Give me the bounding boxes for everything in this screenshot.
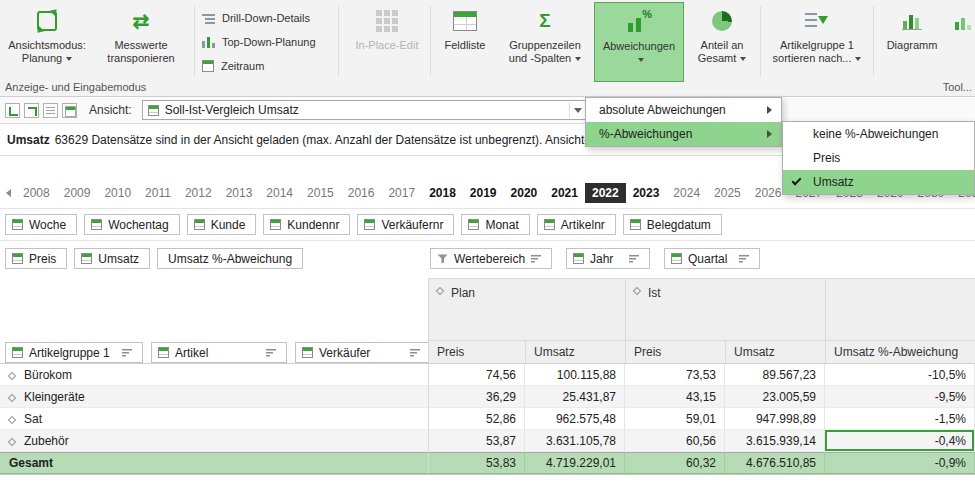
chip-verkaeufer[interactable]: Verkäufer bbox=[295, 342, 431, 363]
group-header-ist[interactable]: Ist bbox=[626, 279, 826, 340]
view-properties-icon[interactable] bbox=[62, 103, 77, 118]
year-2016[interactable]: 2016 bbox=[341, 183, 382, 203]
restore-view-icon[interactable] bbox=[24, 103, 39, 118]
row-label-cell[interactable]: Bürokom bbox=[0, 364, 428, 386]
view-list-icon[interactable] bbox=[43, 103, 58, 118]
cell-plan-umsatz[interactable]: 100.115,88 bbox=[525, 364, 625, 386]
cell-abweichung[interactable]: -1,5% bbox=[825, 408, 975, 430]
year-2014[interactable]: 2014 bbox=[259, 183, 300, 203]
chip-preis[interactable]: Preis bbox=[5, 248, 67, 269]
transpose-measures-button[interactable]: ⇄ Messwerte transponieren bbox=[94, 2, 188, 82]
cell-abweichung-focused[interactable]: -0,4% bbox=[825, 430, 975, 452]
cell-ist-umsatz[interactable]: 89.567,23 bbox=[725, 364, 825, 386]
year-2021[interactable]: 2021 bbox=[544, 183, 585, 203]
menu-item-absolute-abweichungen[interactable]: absolute Abweichungen bbox=[586, 98, 781, 122]
column-header-plan-umsatz[interactable]: Umsatz bbox=[526, 340, 626, 364]
menu-item-keine-prozent-abweichungen[interactable]: keine %-Abweichungen bbox=[783, 122, 974, 146]
cell-ist-preis[interactable]: 59,01 bbox=[625, 408, 725, 430]
chip-belegdatum[interactable]: Belegdatum bbox=[623, 214, 722, 235]
cell-plan-preis[interactable]: 36,29 bbox=[428, 386, 525, 408]
row-label-cell[interactable]: Zubehör bbox=[0, 430, 428, 452]
field-list-button[interactable]: Feldliste bbox=[434, 2, 496, 82]
column-header-plan-preis[interactable]: Preis bbox=[429, 340, 526, 364]
chip-jahr[interactable]: Jahr bbox=[566, 248, 650, 269]
chip-artikelgruppe1[interactable]: Artikelgruppe 1 bbox=[5, 342, 143, 363]
year-2022-selected[interactable]: 2022 bbox=[585, 183, 626, 203]
menu-item-umsatz-checked[interactable]: Umsatz bbox=[783, 170, 974, 194]
year-2015[interactable]: 2015 bbox=[300, 183, 341, 203]
chip-artikelnr[interactable]: Artikelnr bbox=[537, 214, 616, 235]
cell-ist-preis[interactable]: 73,53 bbox=[625, 364, 725, 386]
menu-item-preis[interactable]: Preis bbox=[783, 146, 974, 170]
cell-plan-umsatz[interactable]: 25.431,87 bbox=[525, 386, 625, 408]
row-label-cell[interactable]: Gesamt bbox=[0, 452, 428, 474]
cell-abweichung[interactable]: -10,5% bbox=[825, 364, 975, 386]
column-header-abweichung[interactable]: Umsatz %-Abweichung bbox=[826, 340, 975, 364]
deviations-button[interactable]: % Abweichungen bbox=[594, 2, 684, 82]
cell-plan-preis[interactable]: 53,83 bbox=[428, 452, 525, 474]
year-2017[interactable]: 2017 bbox=[381, 183, 422, 203]
column-header-ist-umsatz[interactable]: Umsatz bbox=[726, 340, 826, 364]
chip-kunde[interactable]: Kunde bbox=[187, 214, 257, 235]
cell-ist-umsatz[interactable]: 3.615.939,14 bbox=[725, 430, 825, 452]
cell-plan-umsatz[interactable]: 3.631.105,78 bbox=[525, 430, 625, 452]
chevron-down-icon bbox=[575, 57, 581, 61]
cell-ist-preis[interactable]: 60,56 bbox=[625, 430, 725, 452]
tools-button[interactable] bbox=[950, 2, 975, 82]
cell-plan-umsatz[interactable]: 962.575,48 bbox=[525, 408, 625, 430]
ribbon-separator bbox=[873, 6, 874, 76]
chip-verkaeufernr[interactable]: Verkäufernr bbox=[357, 214, 454, 235]
cell-plan-preis[interactable]: 74,56 bbox=[428, 364, 525, 386]
cell-plan-preis[interactable]: 53,87 bbox=[428, 430, 525, 452]
chip-wertebereich[interactable]: Wertebereich bbox=[430, 248, 552, 269]
year-2020[interactable]: 2020 bbox=[504, 183, 545, 203]
cell-ist-umsatz[interactable]: 23.005,59 bbox=[725, 386, 825, 408]
cell-plan-umsatz[interactable]: 4.719.229,01 bbox=[525, 452, 625, 474]
chip-woche[interactable]: Woche bbox=[5, 214, 77, 235]
year-2025[interactable]: 2025 bbox=[707, 183, 748, 203]
group-rows-columns-button[interactable]: Σ Gruppenzeilen und -Spalten bbox=[498, 2, 592, 82]
year-2009[interactable]: 2009 bbox=[57, 183, 98, 203]
drilldown-details-button[interactable]: Drill-Down-Details bbox=[202, 6, 336, 30]
view-combobox[interactable]: Soll-Ist-Vergleich Umsatz bbox=[142, 100, 612, 120]
year-2008[interactable]: 2008 bbox=[16, 183, 57, 203]
cell-ist-preis[interactable]: 43,15 bbox=[625, 386, 725, 408]
chip-umsatz[interactable]: Umsatz bbox=[74, 248, 150, 269]
cell-ist-preis[interactable]: 60,32 bbox=[625, 452, 725, 474]
sort-articlegroup-button[interactable]: Artikelgruppe 1 sortieren nach... bbox=[764, 2, 870, 82]
year-2019[interactable]: 2019 bbox=[463, 183, 504, 203]
year-2018[interactable]: 2018 bbox=[422, 183, 463, 203]
chip-quartal[interactable]: Quartal bbox=[664, 248, 760, 269]
cell-ist-umsatz[interactable]: 947.998,89 bbox=[725, 408, 825, 430]
cell-abweichung[interactable]: -0,9% bbox=[825, 452, 975, 474]
share-of-total-button[interactable]: Anteil an Gesamt bbox=[686, 2, 758, 82]
menu-item-prozent-abweichungen[interactable]: %-Abweichungen bbox=[586, 122, 781, 146]
chip-artikel[interactable]: Artikel bbox=[151, 342, 287, 363]
group-header-plan[interactable]: Plan bbox=[429, 279, 626, 340]
year-2012[interactable]: 2012 bbox=[178, 183, 219, 203]
chip-kundennr[interactable]: Kundennr bbox=[263, 214, 350, 235]
year-2024[interactable]: 2024 bbox=[666, 183, 707, 203]
field-icon bbox=[12, 347, 23, 358]
chip-umsatz-abweichung[interactable]: Umsatz %-Abweichung bbox=[157, 248, 303, 269]
zeitraum-button[interactable]: Zeitraum bbox=[202, 54, 336, 78]
chip-monat[interactable]: Monat bbox=[461, 214, 529, 235]
diagram-button[interactable]: Diagramm bbox=[877, 2, 947, 82]
save-view-icon[interactable] bbox=[5, 103, 20, 118]
view-dropdown-button[interactable] bbox=[569, 102, 586, 118]
year-2010[interactable]: 2010 bbox=[97, 183, 138, 203]
view-mode-button[interactable]: Ansichtsmodus: Planung bbox=[2, 2, 92, 82]
cell-plan-preis[interactable]: 52,86 bbox=[428, 408, 525, 430]
cell-abweichung[interactable]: -9,5% bbox=[825, 386, 975, 408]
chip-wochentag[interactable]: Wochentag bbox=[84, 214, 180, 235]
year-2011[interactable]: 2011 bbox=[138, 183, 178, 203]
row-label-cell[interactable]: Kleingeräte bbox=[0, 386, 428, 408]
year-2023[interactable]: 2023 bbox=[626, 183, 667, 203]
column-header-ist-preis[interactable]: Preis bbox=[626, 340, 726, 364]
row-label-cell[interactable]: Sat bbox=[0, 408, 428, 430]
ribbon-separator bbox=[338, 6, 339, 76]
topdown-planning-button[interactable]: Top-Down-Planung bbox=[202, 30, 336, 54]
year-2013[interactable]: 2013 bbox=[219, 183, 260, 203]
previous-years-icon[interactable] bbox=[6, 189, 11, 197]
cell-ist-umsatz[interactable]: 4.676.510,85 bbox=[725, 452, 825, 474]
